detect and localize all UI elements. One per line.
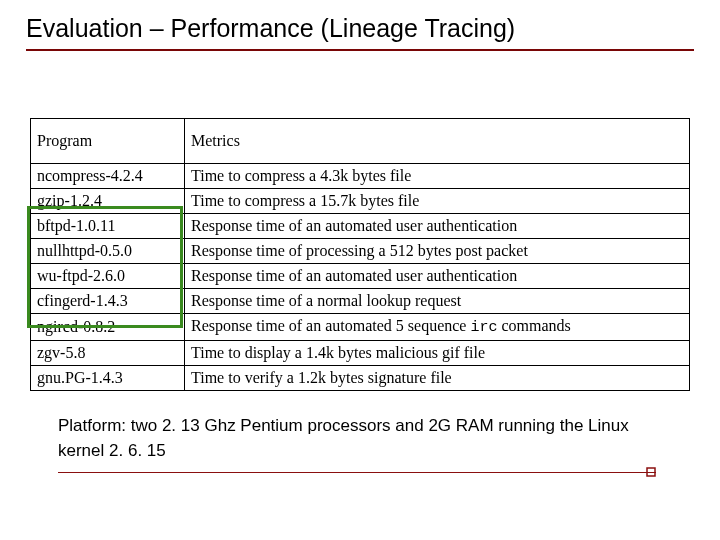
metrics-table-wrap: Program Metrics ncompress-4.2.4 Time to … (30, 118, 690, 391)
cell-metrics-post: commands (497, 317, 570, 334)
cell-program: ncompress-4.2.4 (31, 164, 185, 189)
square-bullet-icon (646, 467, 656, 477)
cell-metrics: Time to verify a 1.2k bytes signature fi… (185, 365, 690, 390)
table-row: gnu.PG-1.4.3 Time to verify a 1.2k bytes… (31, 365, 690, 390)
page-title: Evaluation – Performance (Lineage Tracin… (26, 14, 694, 51)
table-row: gzip-1.2.4 Time to compress a 15.7k byte… (31, 189, 690, 214)
table-row: nullhttpd-0.5.0 Response time of process… (31, 239, 690, 264)
footer-divider (58, 472, 656, 473)
cell-metrics-code: irc (470, 319, 497, 336)
cell-metrics: Time to compress a 15.7k bytes file (185, 189, 690, 214)
table-row: ngircd-0.8.2 Response time of an automat… (31, 314, 690, 341)
svg-rect-0 (647, 468, 655, 476)
cell-metrics: Response time of an automated user authe… (185, 264, 690, 289)
cell-program: bftpd-1.0.11 (31, 214, 185, 239)
cell-program: nullhttpd-0.5.0 (31, 239, 185, 264)
table-row: cfingerd-1.4.3 Response time of a normal… (31, 289, 690, 314)
table-row: zgv-5.8 Time to display a 1.4k bytes mal… (31, 340, 690, 365)
cell-program: cfingerd-1.4.3 (31, 289, 185, 314)
header-program: Program (31, 119, 185, 164)
cell-program: wu-ftpd-2.6.0 (31, 264, 185, 289)
table-row: ncompress-4.2.4 Time to compress a 4.3k … (31, 164, 690, 189)
cell-program: zgv-5.8 (31, 340, 185, 365)
table-header-row: Program Metrics (31, 119, 690, 164)
cell-program: gzip-1.2.4 (31, 189, 185, 214)
metrics-table: Program Metrics ncompress-4.2.4 Time to … (30, 118, 690, 391)
platform-text: Platform: two 2. 13 Ghz Pentium processo… (58, 414, 658, 463)
cell-metrics: Time to compress a 4.3k bytes file (185, 164, 690, 189)
cell-program: gnu.PG-1.4.3 (31, 365, 185, 390)
header-metrics: Metrics (185, 119, 690, 164)
cell-metrics: Response time of an automated 5 sequence… (185, 314, 690, 341)
table-row: bftpd-1.0.11 Response time of an automat… (31, 214, 690, 239)
cell-metrics: Response time of an automated user authe… (185, 214, 690, 239)
cell-metrics: Response time of a normal lookup request (185, 289, 690, 314)
cell-metrics: Response time of processing a 512 bytes … (185, 239, 690, 264)
table-row: wu-ftpd-2.6.0 Response time of an automa… (31, 264, 690, 289)
cell-program: ngircd-0.8.2 (31, 314, 185, 341)
cell-metrics-pre: Response time of an automated 5 sequence (191, 317, 470, 334)
cell-metrics: Time to display a 1.4k bytes malicious g… (185, 340, 690, 365)
